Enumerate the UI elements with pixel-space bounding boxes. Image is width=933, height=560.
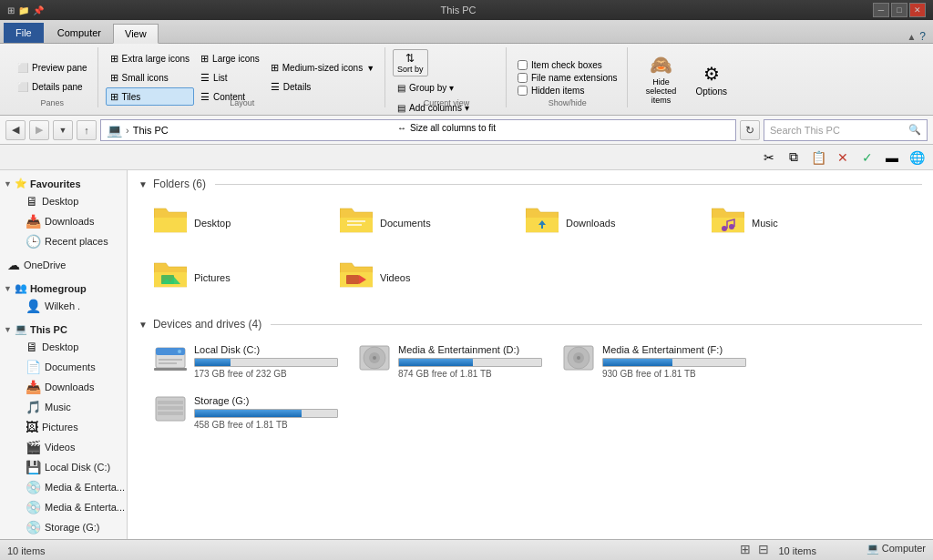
desktop-folder-icon: [154, 204, 187, 242]
onedrive-label: OneDrive: [24, 260, 66, 270]
hide-selected-button[interactable]: 🙈 Hide selected items: [635, 49, 688, 109]
sidebar-item-videos-pc[interactable]: 🎬 Videos: [18, 437, 127, 457]
file-extensions-check[interactable]: [518, 73, 528, 83]
preview-pane-button[interactable]: ⬜ Preview pane: [13, 59, 92, 77]
tab-computer[interactable]: Computer: [46, 23, 113, 43]
large-view-button[interactable]: ⊞: [740, 542, 751, 556]
drive-g[interactable]: Storage (G:) 458 GB free of 1.81 TB: [146, 389, 346, 436]
ribbon-group-options: 🙈 Hide selected items ⚙ Options: [630, 47, 739, 107]
drive-c-icon: [154, 344, 187, 379]
hdd-g-icon: 💿: [26, 520, 41, 535]
sidebar-favourites-header[interactable]: ▼ ⭐ Favourites: [0, 174, 127, 191]
ribbon-collapse-icon[interactable]: ▲: [907, 32, 916, 42]
folder-videos[interactable]: Videos: [332, 252, 514, 303]
svg-rect-1: [154, 218, 187, 232]
sidebar-item-downloads-fav[interactable]: 📥 Downloads: [18, 211, 127, 231]
folder-documents[interactable]: Documents: [332, 198, 514, 249]
folder-pictures[interactable]: Pictures: [146, 252, 328, 303]
sidebar-item-desktop-fav[interactable]: 🖥 Desktop: [18, 191, 127, 211]
details-button[interactable]: ☰ Details: [266, 78, 379, 97]
medium-icons-button[interactable]: ⊞ Medium-sized icons ▼: [266, 59, 379, 77]
hidden-items-toggle[interactable]: Hidden items: [514, 85, 621, 97]
sidebar-item-media-d[interactable]: 💿 Media & Enterta...: [18, 477, 127, 497]
drive-f-bar: [603, 359, 672, 366]
window-title: This PC: [44, 5, 873, 15]
sidebar-item-downloads-pc[interactable]: 📥 Downloads: [18, 377, 127, 397]
ribbon-help-icon[interactable]: ?: [919, 30, 926, 43]
sort-by-button[interactable]: ⇅ Sort by: [393, 49, 428, 76]
small-icons-button[interactable]: ⊞ Small icons: [106, 68, 194, 87]
hidden-items-check[interactable]: [518, 86, 528, 96]
sidebar-item-documents-pc[interactable]: 📄 Documents: [18, 357, 127, 377]
sidebar-thispc-header[interactable]: ▼ 💻 This PC: [0, 320, 127, 337]
large-icons-button[interactable]: ⊞ Large icons: [196, 49, 264, 67]
svg-rect-5: [347, 224, 362, 226]
tiles-button[interactable]: ⊞ Tiles: [106, 87, 194, 106]
file-extensions-toggle[interactable]: File name extensions: [514, 72, 621, 84]
check-button[interactable]: ✓: [856, 148, 878, 168]
rename-button[interactable]: ▬: [881, 148, 903, 168]
forward-button[interactable]: ▶: [29, 120, 49, 140]
delete-button[interactable]: ✕: [832, 148, 854, 168]
back-button[interactable]: ◀: [5, 120, 26, 140]
sidebar-item-desktop-pc[interactable]: 🖥 Desktop: [18, 337, 127, 357]
maximize-button[interactable]: □: [891, 3, 907, 17]
layout-col2: ⊞ Large icons ☰ List ☰ Content: [196, 49, 264, 106]
folders-section-header[interactable]: ▼ Folders (6): [138, 178, 922, 190]
recent-locations-button[interactable]: ▼: [53, 120, 73, 140]
ribbon-group-layout: ⊞ Extra large icons ⊞ Small icons ⊞ Tile…: [100, 47, 385, 107]
sidebar-item-music-pc[interactable]: 🎵 Music: [18, 397, 127, 417]
dl-label: Downloads: [45, 382, 94, 392]
minimize-button[interactable]: ─: [873, 3, 889, 17]
panes-items: ⬜ Preview pane ⬜ Details pane: [13, 49, 92, 106]
paste-button[interactable]: 📋: [807, 148, 829, 168]
sidebar-item-localc[interactable]: 💾 Local Disk (C:): [18, 457, 127, 477]
cut-button[interactable]: ✂: [758, 148, 780, 168]
sidebar-item-wilkeh[interactable]: 👤 Wilkeh .: [18, 296, 127, 316]
sidebar-item-onedrive[interactable]: ☁ OneDrive: [0, 255, 127, 275]
svg-point-12: [722, 226, 727, 231]
details-pane-button[interactable]: ⬜ Details pane: [13, 78, 92, 97]
item-checkboxes-check[interactable]: [518, 60, 528, 70]
size-columns-button[interactable]: ↔ Size all columns to fit: [393, 118, 500, 137]
list-button[interactable]: ☰ List: [196, 68, 264, 87]
sidebar-homegroup-header[interactable]: ▼ 👥 Homegroup: [0, 279, 127, 296]
sidebar-item-storage-g[interactable]: 💿 Storage (G:): [18, 517, 127, 537]
drive-g-name: Storage (G:): [194, 395, 338, 406]
sidebar-section-homegroup: ▼ 👥 Homegroup 👤 Wilkeh .: [0, 279, 127, 316]
recent-label: Recent places: [45, 236, 108, 247]
computer-label: 💻 Computer: [866, 543, 926, 555]
drive-d-icon: [358, 344, 391, 379]
extra-large-icons-button[interactable]: ⊞ Extra large icons: [106, 49, 194, 67]
videos-folder-icon: [340, 259, 373, 297]
devices-section-header[interactable]: ▼ Devices and drives (4): [138, 318, 922, 331]
svg-rect-26: [159, 362, 177, 364]
folder-downloads[interactable]: Downloads: [518, 198, 700, 249]
drive-c[interactable]: Local Disk (C:) 173 GB free of 232 GB: [146, 338, 346, 385]
sidebar-item-pictures-pc[interactable]: 🖼 Pictures: [18, 417, 127, 437]
folder-desktop[interactable]: Desktop: [146, 198, 328, 249]
tab-file[interactable]: File: [4, 23, 44, 43]
status-items-count: 10 items: [7, 545, 46, 556]
options-button[interactable]: ⚙ Options: [690, 58, 733, 101]
close-button[interactable]: ✕: [909, 3, 926, 17]
item-checkboxes-toggle[interactable]: Item check boxes: [514, 59, 621, 71]
drive-f[interactable]: Media & Entertainment (F:) 930 GB free o…: [554, 338, 754, 385]
window-controls[interactable]: ─ □ ✕: [873, 3, 926, 17]
quick-toolbar: ✂ ⧉ 📋 ✕ ✓ ▬ 🌐: [0, 145, 933, 170]
globe-button[interactable]: 🌐: [906, 148, 928, 168]
sidebar-item-media-f[interactable]: 💿 Media & Enterta...: [18, 497, 127, 517]
tab-view[interactable]: View: [113, 24, 159, 44]
drive-d[interactable]: Media & Entertainment (D:) 874 GB free o…: [350, 338, 550, 385]
search-box[interactable]: Search This PC 🔍: [764, 119, 928, 141]
details-view-button[interactable]: ⊟: [758, 542, 769, 556]
copy-button[interactable]: ⧉: [783, 148, 805, 168]
folder-music[interactable]: Music: [703, 198, 886, 249]
refresh-button[interactable]: ↻: [740, 120, 760, 140]
lg-icon: ⊞: [200, 53, 209, 65]
group-by-button[interactable]: ▤ Group by ▾: [393, 78, 500, 97]
up-button[interactable]: ↑: [77, 120, 97, 140]
ribbon-tabs[interactable]: File Computer View ▲ ?: [0, 20, 933, 44]
sidebar-item-recent-places[interactable]: 🕒 Recent places: [18, 231, 127, 251]
pictures-folder-icon: [154, 259, 187, 297]
